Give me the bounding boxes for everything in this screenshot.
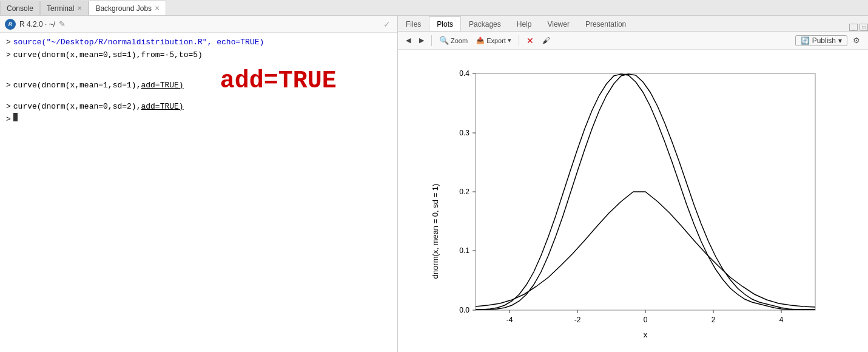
plot-svg: dnorm(x, mean = 0, sd = 1) 0.0 0.1 0.2 0…	[427, 61, 839, 340]
export-arrow-icon: ▾	[508, 36, 511, 44]
tab-files-label: Files	[406, 20, 421, 29]
prompt-1: >	[6, 36, 11, 49]
settings-icon: ⚙	[853, 36, 860, 45]
y-label-01: 0.1	[459, 246, 469, 255]
tab-terminal-close[interactable]: ✕	[77, 5, 82, 12]
console-cursor	[13, 113, 18, 121]
tab-viewer-label: Viewer	[547, 20, 569, 29]
delete-plot-button[interactable]: ✕	[523, 35, 537, 47]
clear-console-button[interactable]: ✓	[382, 19, 392, 29]
tab-files[interactable]: Files	[398, 16, 429, 31]
y-label-03: 0.3	[459, 129, 469, 137]
zoom-label: Zoom	[451, 37, 468, 44]
prompt-5: >	[6, 113, 11, 126]
tab-plots-label: Plots	[437, 20, 453, 29]
r-logo: R	[5, 19, 16, 30]
publish-label: Publish	[812, 36, 836, 45]
back-icon: ◀	[406, 36, 411, 44]
plot-area: dnorm(x, mean = 0, sd = 1) 0.0 0.1 0.2 0…	[398, 50, 868, 352]
edit-icon[interactable]: ✎	[59, 19, 66, 29]
x-axis-label: x	[643, 330, 647, 339]
prompt-4: >	[6, 101, 11, 113]
forward-icon: ▶	[419, 36, 424, 44]
console-line-1: > source("~/Desktop/R/normaldistribution…	[6, 36, 391, 49]
toolbar-divider-2	[519, 35, 519, 46]
y-label-04: 0.4	[459, 69, 469, 78]
tab-console-label: Console	[7, 4, 33, 13]
prompt-2: >	[6, 49, 11, 62]
tab-presentation-label: Presentation	[585, 20, 626, 29]
window-controls: _ □	[849, 24, 868, 31]
tab-help-label: Help	[517, 20, 532, 29]
minimize-button[interactable]: _	[849, 24, 858, 31]
tab-console[interactable]: Console	[0, 1, 40, 15]
console-line-3: > curve(dnorm(x,mean=1,sd=1),add=TRUE) a…	[6, 62, 391, 101]
x-label-n4: -4	[506, 316, 513, 324]
export-icon: 📤	[476, 36, 485, 44]
x-label-4: 4	[779, 316, 783, 324]
y-label-0: 0.0	[459, 306, 469, 314]
export-button[interactable]: 📤 Export ▾	[473, 35, 514, 46]
add-true-display: add=TRUE	[220, 62, 337, 101]
tab-viewer[interactable]: Viewer	[539, 16, 577, 31]
code-line-4: curve(dnorm(x,mean=0,sd=2),add=TRUE)	[13, 101, 184, 113]
publish-sync-icon: 🔄	[801, 36, 810, 45]
settings-button[interactable]: ⚙	[850, 35, 863, 46]
tab-presentation[interactable]: Presentation	[577, 16, 634, 31]
code-line-2: curve(dnorm(x,mean=0,sd=1),from=-5,to=5)	[13, 49, 203, 62]
y-label-02: 0.2	[459, 188, 469, 196]
zoom-icon: 🔍	[439, 36, 449, 45]
tab-terminal[interactable]: Terminal ✕	[40, 1, 89, 15]
toolbar-divider-1	[431, 35, 432, 46]
r-version: R 4.2.0 · ~/	[19, 20, 55, 29]
tab-background-jobs-close[interactable]: ✕	[155, 5, 160, 12]
tab-terminal-label: Terminal	[47, 4, 74, 13]
zoom-button[interactable]: 🔍 Zoom	[436, 35, 471, 46]
publish-arrow-icon: ▾	[838, 36, 842, 45]
x-label-0: 0	[643, 316, 647, 324]
y-axis-label: dnorm(x, mean = 0, sd = 1)	[431, 184, 440, 279]
console-line-4: > curve(dnorm(x,mean=0,sd=2),add=TRUE)	[6, 101, 391, 113]
delete-icon: ✕	[527, 36, 534, 46]
tab-background-jobs-label: Background Jobs	[95, 4, 152, 13]
back-button[interactable]: ◀	[403, 35, 414, 46]
tab-background-jobs[interactable]: Background Jobs ✕	[89, 1, 166, 15]
export-label: Export	[486, 37, 506, 44]
tab-packages-label: Packages	[469, 20, 501, 29]
code-line-1: source("~/Desktop/R/normaldistribution.R…	[13, 36, 264, 49]
console-line-5: >	[6, 113, 391, 126]
prompt-3: >	[6, 80, 11, 92]
tab-plots[interactable]: Plots	[429, 16, 461, 31]
tab-help[interactable]: Help	[509, 16, 540, 31]
publish-button[interactable]: 🔄 Publish ▾	[795, 35, 847, 46]
console-line-2: > curve(dnorm(x,mean=0,sd=1),from=-5,to=…	[6, 49, 391, 62]
brush-button[interactable]: 🖌	[539, 35, 553, 46]
tab-packages[interactable]: Packages	[461, 16, 509, 31]
brush-icon: 🖌	[542, 36, 550, 45]
maximize-button[interactable]: □	[860, 24, 868, 31]
code-line-3a: curve(dnorm(x,mean=1,sd=1),add=TRUE)	[13, 80, 184, 92]
x-label-n2: -2	[574, 316, 580, 324]
x-label-2: 2	[711, 316, 715, 324]
forward-button[interactable]: ▶	[416, 35, 427, 46]
console-output: > source("~/Desktop/R/normaldistribution…	[0, 33, 397, 352]
